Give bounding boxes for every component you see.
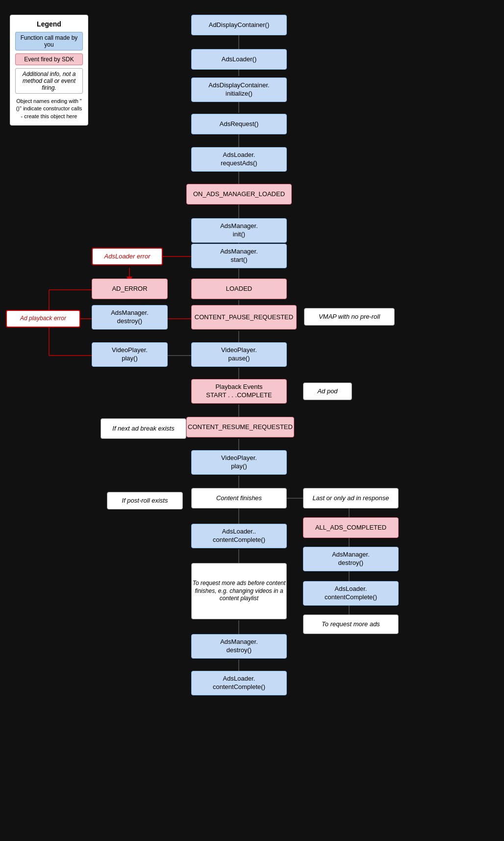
all-ads-completed-box: ALL_ADS_COMPLETED bbox=[303, 517, 399, 538]
ads-manager-destroy-left-box: AdsManager.destroy() bbox=[92, 305, 168, 330]
ads-loader-content-complete1-box: AdsLoader..contentComplete() bbox=[191, 524, 287, 548]
ads-loader-content-complete2-box: AdsLoader.contentComplete() bbox=[303, 581, 399, 606]
loaded-box: LOADED bbox=[191, 279, 287, 299]
legend-event-fired: Event fired by SDK bbox=[15, 53, 83, 65]
legend: Legend Function call made by you Event f… bbox=[10, 15, 88, 126]
ad-pod-box: Ad pod bbox=[303, 382, 352, 400]
ad-playback-error-box: Ad playback error bbox=[6, 310, 80, 328]
video-player-pause-box: VideoPlayer.pause() bbox=[191, 342, 287, 367]
to-request-more-ads-box: To request more ads bbox=[303, 614, 399, 634]
if-post-roll-exists-box: If post-roll exists bbox=[107, 492, 183, 510]
request-more-ads-info-box: To request more ads before content finis… bbox=[191, 563, 287, 619]
ads-loader-content-complete3-box: AdsLoader.contentComplete() bbox=[191, 671, 287, 695]
diagram-container: Legend Function call made by you Event f… bbox=[0, 0, 504, 841]
ad-display-container-box: AdDisplayContainer() bbox=[191, 15, 287, 35]
video-player-play1-box: VideoPlayer.play() bbox=[92, 342, 168, 367]
playback-events-box: Playback EventsSTART . . .COMPLETE bbox=[191, 379, 287, 404]
ads-manager-destroy-right-box: AdsManager.destroy() bbox=[303, 547, 399, 571]
on-ads-manager-loaded-box: ON_ADS_MANAGER_LOADED bbox=[186, 184, 292, 204]
vmap-no-preroll-box: VMAP with no pre-roll bbox=[304, 308, 395, 326]
ads-loader-request-ads-box: AdsLoader.requestAds() bbox=[191, 147, 287, 172]
if-next-ad-break-box: If next ad break exists bbox=[101, 418, 186, 439]
legend-note: Object names ending with "()" indicate c… bbox=[15, 98, 83, 120]
last-or-only-ad-box: Last or only ad in response bbox=[303, 488, 399, 509]
ad-error-box: AD_ERROR bbox=[92, 279, 168, 299]
legend-title: Legend bbox=[15, 20, 83, 28]
ads-manager-start-box: AdsManager.start() bbox=[191, 244, 287, 268]
content-resume-requested-box: CONTENT_RESUME_REQUESTED bbox=[186, 417, 294, 437]
legend-function-call: Function call made by you bbox=[15, 32, 83, 51]
ads-request-box: AdsRequest() bbox=[191, 114, 287, 134]
video-player-play2-box: VideoPlayer.play() bbox=[191, 450, 287, 475]
ads-display-container-init-box: AdsDisplayContainer.initialize() bbox=[191, 77, 287, 102]
ads-loader-box: AdsLoader() bbox=[191, 49, 287, 70]
ads-manager-destroy-bottom-box: AdsManager.destroy() bbox=[191, 634, 287, 659]
ads-loader-error-box: AdsLoader error bbox=[92, 248, 163, 265]
content-pause-requested-box: CONTENT_PAUSE_REQUESTED bbox=[191, 305, 297, 330]
legend-additional-info: Additional info, not a method call or ev… bbox=[15, 68, 83, 94]
content-finishes-box: Content finishes bbox=[191, 488, 287, 509]
ads-manager-init-box: AdsManager.init() bbox=[191, 218, 287, 243]
